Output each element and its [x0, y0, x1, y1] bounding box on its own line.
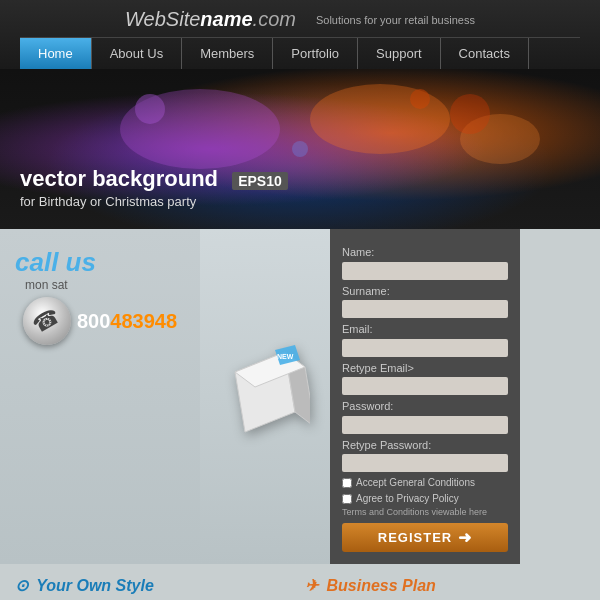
nav-item-about[interactable]: About Us	[92, 38, 182, 69]
input-email[interactable]	[342, 339, 508, 357]
nav-item-portfolio[interactable]: Portfolio	[273, 38, 358, 69]
checkbox-row-privacy: Agree to Privacy Policy	[342, 493, 508, 504]
site-title: WebSitename.com	[125, 8, 296, 31]
call-schedule: mon sat	[25, 278, 68, 292]
lower-content: ⊙ Your Own Style Place you text here pla…	[0, 564, 600, 600]
content-section: call us mon sat ☎ 800483948 NEW Name: Su…	[0, 229, 600, 564]
form-label-email: Email:	[342, 323, 508, 335]
eps-badge: EPS10	[232, 172, 288, 190]
svg-point-1	[310, 84, 450, 154]
svg-point-3	[410, 89, 430, 109]
checkbox-conditions-label: Accept General Conditions	[356, 477, 475, 488]
site-com: .com	[253, 8, 296, 30]
tagline: Solutions for your retail business	[316, 14, 475, 26]
hero-banner: vector background EPS10 for Birthday or …	[0, 69, 600, 229]
input-retype-password[interactable]	[342, 454, 508, 472]
svg-text:NEW: NEW	[277, 353, 294, 360]
feature-title-text-1: Your Own Style	[36, 577, 154, 594]
feature-title-2: ✈ Business Plan	[305, 576, 585, 595]
terms-link: Terms and Conditions viewable here	[342, 507, 508, 517]
call-section: call us mon sat ☎ 800483948	[0, 229, 200, 564]
call-number: 800483948	[77, 310, 177, 333]
hero-subtitle: for Birthday or Christmas party	[20, 194, 288, 209]
phone-symbol-icon: ☎	[29, 303, 65, 339]
plane-icon: ✈	[305, 576, 318, 595]
nav: Home About Us Members Portfolio Support …	[20, 37, 580, 69]
product-3d-box: NEW	[220, 342, 310, 452]
hero-text: vector background EPS10 for Birthday or …	[20, 166, 288, 209]
header: WebSitename.com Solutions for your retai…	[0, 0, 600, 69]
svg-point-4	[292, 141, 308, 157]
checkbox-conditions[interactable]	[342, 478, 352, 488]
register-arrow-icon: ➜	[458, 528, 472, 547]
nav-item-home[interactable]: Home	[20, 38, 92, 69]
form-label-password: Password:	[342, 400, 508, 412]
svg-point-6	[450, 94, 490, 134]
product-box: NEW	[200, 229, 330, 564]
form-label-retype-email: Retype Email>	[342, 362, 508, 374]
site-title-bar: WebSitename.com Solutions for your retai…	[20, 8, 580, 37]
feature-col-2: ✈ Business Plan Place you text here plac…	[305, 576, 585, 600]
hero-title-text: vector background	[20, 166, 218, 191]
input-name[interactable]	[342, 262, 508, 280]
input-retype-email[interactable]	[342, 377, 508, 395]
call-phone-row: ☎ 800483948	[23, 297, 177, 345]
call-number-orange: 483948	[110, 310, 177, 332]
register-button[interactable]: REGISTER ➜	[342, 523, 508, 552]
call-number-white: 800	[77, 310, 110, 332]
feature-title-1: ⊙ Your Own Style	[15, 576, 295, 595]
nav-item-members[interactable]: Members	[182, 38, 273, 69]
site-italic: WebSite	[125, 8, 200, 30]
form-section: Name: Surname: Email: Retype Email> Pass…	[330, 229, 520, 564]
phone-icon: ☎	[23, 297, 71, 345]
feature-col-1: ⊙ Your Own Style Place you text here pla…	[15, 576, 295, 600]
nav-item-support[interactable]: Support	[358, 38, 441, 69]
call-title: call us	[15, 247, 96, 278]
checkbox-privacy-label: Agree to Privacy Policy	[356, 493, 459, 504]
form-label-retype-password: Retype Password:	[342, 439, 508, 451]
feature-title-text-2: Business Plan	[326, 577, 435, 594]
register-label: REGISTER	[378, 530, 452, 545]
hero-title: vector background EPS10	[20, 166, 288, 192]
form-label-surname: Surname:	[342, 285, 508, 297]
checkbox-row-conditions: Accept General Conditions	[342, 477, 508, 488]
svg-point-2	[135, 94, 165, 124]
checkbox-privacy[interactable]	[342, 494, 352, 504]
target-icon: ⊙	[15, 576, 28, 595]
nav-item-contacts[interactable]: Contacts	[441, 38, 529, 69]
input-password[interactable]	[342, 416, 508, 434]
input-surname[interactable]	[342, 300, 508, 318]
site-bold: name	[200, 8, 252, 30]
form-label-name: Name:	[342, 246, 508, 258]
